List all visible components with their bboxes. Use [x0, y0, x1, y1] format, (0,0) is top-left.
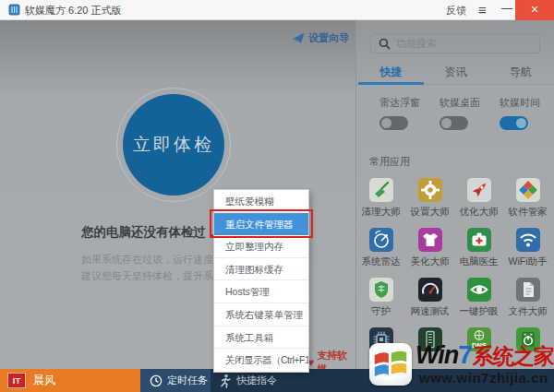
pinwheel-icon: [516, 178, 540, 202]
search-icon: [379, 38, 391, 50]
checkup-button[interactable]: 立即体检: [123, 94, 224, 196]
watermark-title: Win7系统之家: [416, 340, 554, 371]
wifi-icon: [516, 228, 540, 252]
paper-plane-icon: [292, 32, 305, 44]
menu-item-2[interactable]: 重启文件管理器: [214, 213, 308, 236]
gear-icon: [418, 178, 442, 202]
toggle-knob: [516, 118, 526, 128]
app-设置大师[interactable]: 设置大师: [405, 178, 454, 228]
timer-tasks-label: 定时任务: [167, 374, 208, 387]
menu-item-7[interactable]: 系统工具箱: [214, 327, 308, 350]
watermark-win: Win: [416, 341, 458, 369]
app-软件管家[interactable]: 软件管家: [503, 178, 552, 228]
eye-icon: [467, 278, 491, 302]
app-label: 美化大师: [411, 255, 450, 268]
watermark: Win7系统之家 www.win7zhijia.cn: [367, 342, 554, 392]
apps-section-title: 常用应用: [369, 155, 410, 169]
close-button[interactable]: ×: [515, 0, 554, 20]
toggle-switch[interactable]: [500, 116, 528, 130]
shield-icon: [369, 278, 393, 302]
sidebar: 快捷资讯导航 雷达浮窗软媒桌面软媒时间 常用应用 清理大师设置大师优化大师软件管…: [355, 20, 554, 369]
app-WiFi助手[interactable]: WiFi助手: [503, 228, 552, 278]
menu-item-1[interactable]: 壁纸爱模糊: [214, 190, 308, 213]
toggle-switch[interactable]: [379, 116, 408, 130]
gauge-icon: [418, 278, 442, 302]
feedback-button[interactable]: 反馈: [446, 0, 466, 20]
file-icon: [516, 278, 540, 302]
app-label: 系统雷达: [362, 255, 401, 268]
app-label: 守护: [371, 305, 391, 318]
menu-item-3[interactable]: 立即整理内存: [214, 235, 308, 258]
clock-icon: [150, 374, 163, 387]
tab-2[interactable]: 资讯: [423, 61, 488, 85]
app-window: 软媒魔方 6.20 正式版 反馈 ≡ — × 设置向导 立即体检 您的电脑还没有…: [0, 0, 554, 392]
menu-item-6[interactable]: 系统右键菜单管理: [214, 303, 308, 327]
toggle-label: 软媒桌面: [440, 96, 499, 110]
toggle-label: 雷达浮窗: [379, 96, 439, 110]
app-守护[interactable]: 守护: [356, 278, 405, 327]
setup-wizard-link[interactable]: 设置向导: [292, 31, 349, 45]
watermark-seven: 7: [458, 340, 473, 369]
app-系统雷达[interactable]: 系统雷达: [356, 228, 405, 278]
toggle-knob: [381, 118, 391, 128]
app-label: 电脑医生: [460, 255, 499, 268]
toggle-switch[interactable]: [440, 116, 468, 130]
search-input[interactable]: [396, 38, 532, 49]
timer-tasks-button[interactable]: 定时任务: [140, 369, 211, 392]
tab-3[interactable]: 导航: [488, 61, 553, 85]
app-美化大师[interactable]: 美化大师: [405, 228, 454, 278]
app-label: 文件大师: [509, 305, 548, 318]
watermark-url: www.win7zhijia.cn: [419, 370, 548, 386]
app-清理大师[interactable]: 清理大师: [356, 178, 405, 228]
windows-logo-tile: [369, 343, 412, 386]
broom-icon: [369, 178, 393, 202]
active-tab-indicator: [358, 82, 424, 85]
titlebar: 软媒魔方 6.20 正式版 反馈 ≡ — ×: [0, 0, 554, 20]
app-电脑医生[interactable]: 电脑医生: [454, 228, 503, 278]
toggle-label: 软媒时间: [500, 96, 554, 110]
tshirt-icon: [418, 228, 442, 252]
windows-flag-icon: [369, 343, 412, 386]
setup-wizard-label: 设置向导: [308, 31, 349, 45]
app-label: 一键护眼: [460, 305, 499, 318]
medkit-icon: [467, 228, 491, 252]
watermark-site-name: 系统之家: [473, 344, 554, 368]
app-logo-icon: [8, 4, 20, 16]
rocket-icon: [467, 178, 491, 202]
app-优化大师[interactable]: 优化大师: [454, 178, 503, 228]
toggle-group-2: 软媒桌面: [440, 96, 499, 130]
brand-section[interactable]: IT 晨风: [0, 369, 140, 392]
app-label: 清理大师: [362, 206, 401, 219]
app-label: 网速测试: [411, 305, 450, 318]
runner-icon: [218, 374, 232, 388]
app-label: WiFi助手: [509, 255, 548, 268]
quick-command-menu: 壁纸爱模糊重启文件管理器立即整理内存清理图标缓存Hosts管理系统右键菜单管理系…: [213, 189, 309, 373]
search-box[interactable]: [370, 33, 540, 53]
app-文件大师[interactable]: 文件大师: [503, 278, 552, 327]
checkup-button-label: 立即体检: [133, 133, 214, 157]
it-logo: IT: [7, 373, 26, 388]
app-label: 设置大师: [411, 206, 450, 219]
app-一键护眼[interactable]: 一键护眼: [454, 278, 503, 327]
minimize-button[interactable]: —: [500, 0, 514, 20]
window-title: 软媒魔方 6.20 正式版: [25, 0, 122, 20]
radar-icon: [369, 228, 393, 252]
menu-item-4[interactable]: 清理图标缓存: [214, 258, 308, 281]
hamburger-menu-icon[interactable]: ≡: [478, 0, 487, 20]
app-网速测试[interactable]: 网速测试: [405, 278, 454, 327]
app-label: 软件管家: [509, 206, 548, 219]
menu-item-8[interactable]: 关闭显示器（Ctrl+F12）: [214, 349, 308, 372]
app-label: 优化大师: [460, 206, 499, 219]
toggle-knob: [441, 118, 452, 128]
quick-commands-label: 快捷指令: [236, 374, 277, 387]
toggle-group-1: 雷达浮窗: [379, 96, 439, 130]
quick-commands-button[interactable]: 快捷指令: [218, 369, 277, 392]
menu-item-5[interactable]: Hosts管理: [214, 280, 308, 303]
brand-name: 晨风: [33, 369, 55, 392]
toggle-group-3: 软媒时间: [500, 96, 554, 130]
